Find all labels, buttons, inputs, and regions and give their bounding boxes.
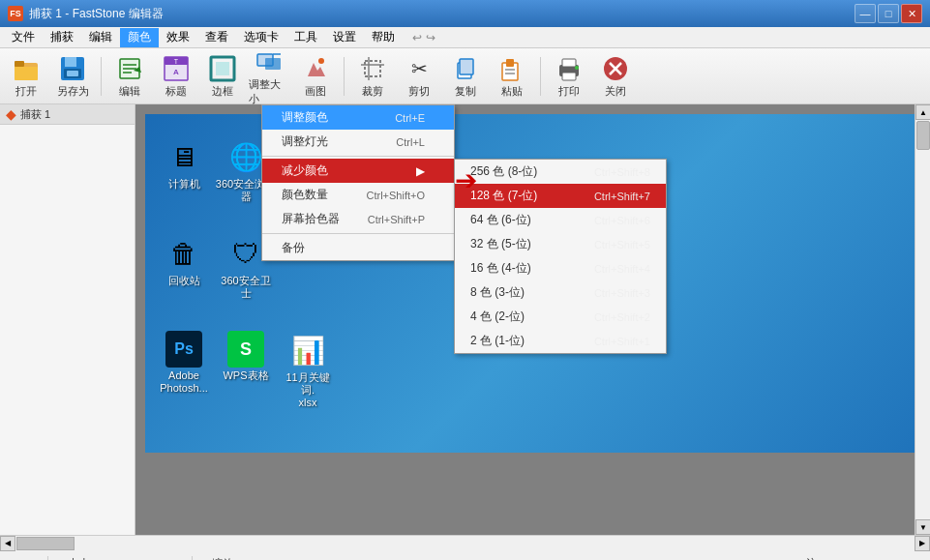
left-panel: ◆ 捕获 1 [0, 104, 135, 535]
title-bar-left: FS 捕获 1 - FastStone 编辑器 [8, 6, 164, 22]
toolbar-close[interactable]: 关闭 [593, 51, 638, 102]
desktop-icon-ps[interactable]: Ps AdobePhotosh... [155, 327, 213, 398]
toolbar-paste[interactable]: 粘贴 [490, 51, 534, 102]
color-menu-reduce-color[interactable]: 减少颜色 ▶ 256 色 (8-位) Ctrl+Shift+8 128 色 (7… [262, 159, 454, 183]
360guard-icon: 🛡 [226, 234, 265, 273]
scroll-down-button[interactable]: ▼ [915, 519, 930, 535]
color-menu-adjust-color[interactable]: 调整颜色 Ctrl+E [262, 105, 454, 130]
toolbar: 打开 另存为 编辑 TA 标题 边框 调整大小 画图 [0, 48, 930, 104]
toolbar-paste-label: 粘贴 [501, 84, 523, 99]
maximize-button[interactable]: □ [878, 4, 899, 23]
crop-icon [357, 53, 388, 84]
toolbar-save[interactable]: 另存为 [50, 51, 95, 102]
wps-icon: S [227, 331, 264, 368]
menu-help[interactable]: 帮助 [364, 28, 403, 47]
redo-icon[interactable]: ↪ [426, 31, 435, 44]
undo-icon[interactable]: ↩ [412, 31, 422, 44]
color-menu-backup[interactable]: 备份 [262, 236, 454, 260]
toolbar-sep-3 [540, 57, 541, 96]
toolbar-edit[interactable]: 编辑 [107, 51, 152, 102]
toolbar-resize[interactable]: 调整大小 [247, 51, 291, 102]
c16-shortcut: Ctrl+Shift+4 [594, 263, 650, 275]
edit-icon [114, 53, 145, 84]
desktop-icon-wps[interactable]: S WPS表格 [217, 327, 275, 386]
toolbar-title-label: 标题 [165, 84, 187, 99]
c32-label: 32 色 (5-位) [470, 236, 531, 252]
360guard-label: 360安全卫士 [221, 275, 271, 300]
color-dropdown: 调整颜色 Ctrl+E 调整灯光 Ctrl+L 减少颜色 ▶ 256 色 (8-… [261, 104, 455, 261]
toolbar-open[interactable]: 打开 [4, 51, 48, 102]
color-menu-count[interactable]: 颜色数量 Ctrl+Shift+O [262, 183, 454, 207]
menu-capture[interactable]: 捕获 [43, 28, 81, 47]
c4-label: 4 色 (2-位) [470, 309, 525, 325]
submenu-arrow: ▶ [416, 164, 425, 178]
toolbar-print-label: 打印 [558, 84, 580, 99]
toolbar-border-label: 边框 [212, 84, 233, 99]
svg-rect-27 [506, 59, 514, 67]
toolbar-copy[interactable]: 复制 [443, 51, 488, 102]
desktop-icon-computer[interactable]: 🖥 计算机 [155, 133, 213, 194]
scroll-up-button[interactable]: ▲ [915, 104, 930, 120]
desktop-icon-recycle[interactable]: 🗑 回收站 [155, 230, 213, 291]
color-count-label: 颜色数量 [282, 187, 328, 203]
c2-shortcut: Ctrl+Shift+1 [594, 336, 650, 347]
c8-shortcut: Ctrl+Shift+3 [594, 287, 650, 299]
submenu-16[interactable]: 16 色 (4-位) Ctrl+Shift+4 [455, 256, 666, 280]
recyclebin-label: 回收站 [168, 275, 200, 287]
toolbar-close-label: 关闭 [605, 84, 626, 99]
toolbar-title[interactable]: TA 标题 [154, 51, 198, 102]
color-menu-sep2 [262, 233, 454, 234]
svg-rect-1 [15, 67, 38, 80]
menu-settings[interactable]: 设置 [325, 28, 364, 47]
svg-rect-16 [216, 62, 229, 75]
menu-effect[interactable]: 效果 [159, 28, 197, 47]
submenu-4[interactable]: 4 色 (2-位) Ctrl+Shift+2 [455, 305, 666, 329]
reduce-color-submenu: 256 色 (8-位) Ctrl+Shift+8 128 色 (7-位) Ctr… [454, 159, 667, 354]
canvas-area: 🖥 计算机 🌐 360安全浏览器 🗑 回收站 🛡 360安全卫士 Ps [135, 104, 930, 535]
color-menu-adjust-light[interactable]: 调整灯光 Ctrl+L [262, 130, 454, 154]
submenu-8[interactable]: 8 色 (3-位) Ctrl+Shift+3 [455, 280, 666, 305]
toolbar-sep-2 [344, 57, 345, 96]
toolbar-border[interactable]: 边框 [200, 51, 245, 102]
resize-icon [254, 46, 285, 77]
toolbar-cut[interactable]: ✂ 剪切 [397, 51, 441, 102]
scroll-thumb[interactable] [916, 121, 930, 150]
menu-tools[interactable]: 工具 [286, 28, 325, 47]
window-title: 捕获 1 - FastStone 编辑器 [29, 6, 164, 22]
title-icon: TA [161, 53, 192, 84]
minimize-button[interactable]: — [855, 4, 876, 23]
color-menu-eyedropper[interactable]: 屏幕拾色器 Ctrl+Shift+P [262, 207, 454, 231]
main-area: ◆ 捕获 1 🖥 计算机 🌐 360安全浏览器 🗑 回收站 [0, 104, 930, 535]
submenu-128[interactable]: 128 色 (7-位) Ctrl+Shift+7 [455, 184, 666, 208]
scroll-left-button[interactable]: ◀ [0, 536, 15, 551]
menu-tab[interactable]: 选项卡 [236, 28, 286, 47]
c4-shortcut: Ctrl+Shift+2 [594, 311, 650, 323]
submenu-2[interactable]: 2 色 (1-位) Ctrl+Shift+1 [455, 329, 666, 353]
app-icon: FS [8, 6, 23, 21]
toolbar-draw[interactable]: 画图 [293, 51, 338, 102]
toolbar-crop[interactable]: 裁剪 [350, 51, 395, 102]
close-window-button[interactable]: ✕ [901, 4, 922, 23]
menu-view[interactable]: 查看 [197, 28, 236, 47]
menu-color[interactable]: 颜色 [120, 28, 159, 47]
c128-label: 128 色 (7-位) [470, 188, 537, 204]
menu-file[interactable]: 文件 [4, 28, 43, 47]
svg-rect-28 [505, 69, 515, 71]
toolbar-print[interactable]: 打印 [547, 51, 591, 102]
toolbar-draw-label: 画图 [305, 84, 326, 99]
submenu-64[interactable]: 64 色 (6-位) Ctrl+Shift+6 [455, 208, 666, 232]
c16-label: 16 色 (4-位) [470, 260, 531, 277]
svg-point-20 [318, 58, 324, 64]
desktop-icon-excel[interactable]: 📊 11月关键词.xlsx [279, 327, 337, 414]
menu-edit[interactable]: 编辑 [81, 28, 120, 47]
open-icon [11, 53, 42, 84]
submenu-32[interactable]: 32 色 (5-位) Ctrl+Shift+5 [455, 232, 666, 256]
submenu-256[interactable]: 256 色 (8-位) Ctrl+Shift+8 [455, 160, 666, 184]
bottom-scroll-thumb[interactable] [16, 537, 75, 550]
scroll-right-button[interactable]: ▶ [915, 536, 930, 551]
zoom-label: 缩放： [212, 556, 244, 560]
svg-text:A: A [173, 68, 179, 76]
title-bar: FS 捕获 1 - FastStone 编辑器 — □ ✕ [0, 0, 930, 27]
computer-icon: 🖥 [165, 137, 203, 176]
status-sep-2 [192, 556, 193, 561]
